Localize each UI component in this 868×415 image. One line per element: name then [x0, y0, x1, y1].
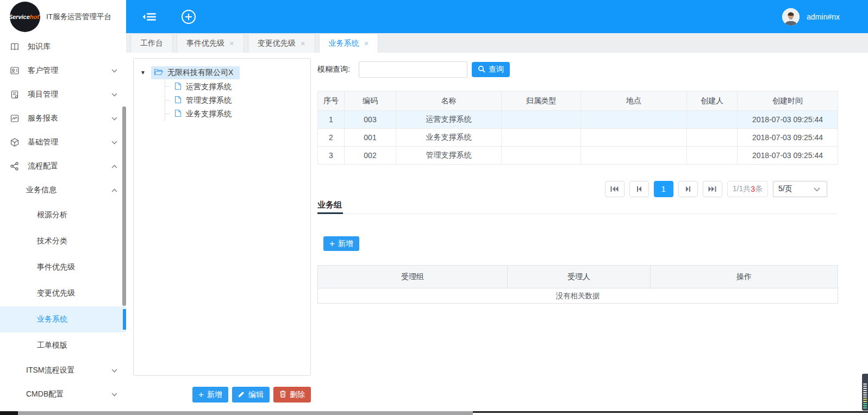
page-number-button[interactable]: 1	[654, 181, 673, 197]
first-page-button[interactable]	[605, 181, 625, 197]
sidebar-item-label: 流程配置	[28, 161, 58, 171]
user-menu: admin#nx	[782, 8, 840, 26]
button-label: 查询	[489, 65, 504, 74]
sidebar-item-label: 知识库	[28, 42, 51, 52]
tab-change-priority[interactable]: 变更优先级 ×	[248, 33, 315, 53]
next-page-button[interactable]	[678, 181, 698, 197]
chart-icon	[10, 114, 21, 123]
table-row[interactable]: 3 002 管理支撑系统 2018-07-03 09:25:44	[318, 147, 838, 165]
close-icon[interactable]: ×	[301, 39, 305, 47]
cube-icon	[10, 137, 21, 147]
sidebar-item-process-config[interactable]: 流程配置	[0, 154, 126, 178]
table-cell: 003	[345, 111, 396, 129]
file-icon	[174, 109, 182, 119]
app-title: IT服务运营管理平台	[46, 12, 111, 22]
sidebar-item-project-mgmt[interactable]: 项目管理	[0, 83, 126, 106]
tree-node-business-system[interactable]: 业务支撑系统	[165, 107, 306, 121]
search-label: 模糊查询:	[317, 65, 359, 74]
window-bottom-edge	[473, 411, 868, 413]
table-cell	[687, 111, 738, 129]
brand-logo-text: Servicehot®	[9, 14, 42, 20]
sidebar-item-label: 工单模版	[37, 341, 67, 350]
fuzzy-search-input[interactable]	[359, 61, 467, 78]
table-cell: 2018-07-03 09:25:44	[738, 147, 838, 165]
prev-page-button[interactable]	[629, 181, 649, 197]
sidebar-item-customer-mgmt[interactable]: 客户管理	[0, 59, 126, 83]
sidebar-item-base-mgmt[interactable]: 基础管理	[0, 130, 126, 154]
systems-table: 序号 编码 名称 归属类型 地点 创建人 创建时间 1 003 运营支撑系统	[317, 91, 838, 165]
table-cell	[581, 129, 687, 147]
tab-label: 变更优先级	[258, 39, 296, 48]
book-icon	[10, 42, 21, 52]
table-row[interactable]: 1 003 运营支撑系统 2018-07-03 09:25:44	[318, 111, 838, 129]
sidebar-item-change-priority[interactable]: 变更优先级	[0, 280, 126, 306]
table-cell	[502, 111, 581, 129]
sidebar-item-root-cause[interactable]: 根源分析	[0, 202, 126, 228]
horizontal-scrollbar[interactable]	[18, 411, 473, 415]
tree-root-node[interactable]: 无限科技有限公司X	[151, 66, 240, 79]
tree-edit-button[interactable]: 编辑	[232, 387, 270, 403]
chevron-down-icon	[111, 117, 117, 121]
sidebar-item-cmdb-config[interactable]: CMDB配置	[0, 382, 126, 406]
group-add-button[interactable]: + 新增	[323, 236, 359, 251]
table-cell: 管理支撑系统	[396, 147, 502, 165]
table-cell	[687, 129, 738, 147]
tree-node-operations-system[interactable]: 运营支撑系统	[165, 80, 306, 93]
brand: Servicehot® IT服务运营管理平台	[0, 0, 126, 34]
tree-children: 运营支撑系统 管理支撑系统 业务支撑系统	[165, 80, 306, 121]
tab-business-system[interactable]: 业务系统 ×	[319, 33, 379, 53]
sidebar-item-label: 事件优先级	[37, 262, 75, 272]
empty-state-text: 没有相关数据	[318, 288, 838, 304]
sidebar-scrollbar[interactable]	[122, 106, 126, 306]
sidebar-item-incident-priority[interactable]: 事件优先级	[0, 254, 126, 280]
sidebar-item-label: 服务报表	[28, 114, 58, 123]
sidebar-item-knowledge-base[interactable]: 知识库	[0, 35, 126, 59]
page-size-select[interactable]: 5/页	[773, 181, 827, 197]
column-header: 归属类型	[502, 91, 581, 111]
tabbar: 工作台 事件优先级 × 变更优先级 × 业务系统 ×	[126, 33, 868, 53]
sidebar-item-tech-category[interactable]: 技术分类	[0, 228, 126, 254]
collapse-menu-icon[interactable]	[142, 11, 157, 22]
tree-caret-icon[interactable]: ▼	[140, 70, 151, 76]
table-cell: 002	[345, 147, 396, 165]
tab-workbench[interactable]: 工作台	[130, 33, 173, 53]
group-table: 受理组 受理人 操作 没有相关数据	[317, 265, 838, 304]
sidebar-item-business-info[interactable]: 业务信息	[0, 178, 126, 202]
table-cell: 业务支撑系统	[396, 129, 502, 147]
folder-open-icon	[154, 68, 163, 78]
table-cell: 2	[318, 129, 345, 147]
column-header: 编码	[345, 91, 396, 111]
tree-node-label: 运营支撑系统	[186, 82, 232, 92]
brand-logo: Servicehot®	[10, 2, 40, 32]
tree-add-button[interactable]: + 新增	[192, 387, 228, 403]
sidebar-item-label: 业务系统	[37, 315, 67, 324]
last-page-button[interactable]	[703, 181, 722, 197]
search-button[interactable]: 查询	[472, 62, 510, 77]
chevron-down-icon	[111, 393, 117, 397]
sidebar-item-label: 根源分析	[37, 210, 67, 220]
tab-label: 工作台	[140, 39, 163, 48]
plus-icon: +	[329, 239, 335, 248]
org-tree-panel: ▼ 无限科技有限公司X 运营支撑系统 管理支撑系统	[133, 58, 311, 376]
column-header: 受理人	[508, 266, 651, 288]
add-tab-icon[interactable]	[181, 9, 196, 24]
trash-icon	[279, 390, 286, 399]
file-icon	[174, 82, 182, 92]
username: admin#nx	[807, 12, 840, 21]
table-row[interactable]: 2 001 业务支撑系统 2018-07-03 09:25:44	[318, 129, 838, 147]
scrollbar-corner	[0, 411, 18, 415]
sidebar-item-service-reports[interactable]: 服务报表	[0, 106, 126, 130]
column-header: 创建人	[687, 91, 738, 111]
column-header: 名称	[396, 91, 502, 111]
tree-node-management-system[interactable]: 管理支撑系统	[165, 93, 306, 107]
chevron-down-icon	[111, 69, 117, 73]
avatar[interactable]	[782, 8, 800, 26]
tab-incident-priority[interactable]: 事件优先级 ×	[177, 33, 244, 53]
button-label: 删除	[290, 390, 305, 400]
sidebar-item-business-system[interactable]: 业务系统	[0, 306, 126, 332]
tree-delete-button[interactable]: 删除	[273, 387, 311, 403]
close-icon[interactable]: ×	[364, 39, 369, 47]
sidebar-item-ticket-template[interactable]: 工单模版	[0, 332, 126, 359]
sidebar-item-itsm-process[interactable]: ITSM流程设置	[0, 359, 126, 382]
close-icon[interactable]: ×	[229, 39, 234, 47]
